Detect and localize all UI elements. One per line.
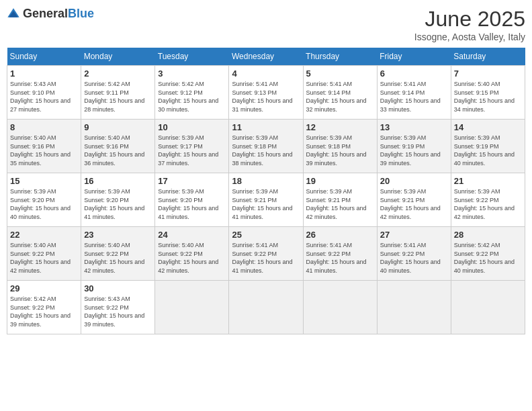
table-row: 7Sunrise: 5:40 AMSunset: 9:15 PMDaylight… [451,66,525,120]
day-info: Sunrise: 5:41 AMSunset: 9:14 PMDaylight:… [380,80,448,113]
day-number: 18 [232,176,300,186]
day-info: Sunrise: 5:42 AMSunset: 9:12 PMDaylight:… [158,80,226,113]
day-info: Sunrise: 5:39 AMSunset: 9:20 PMDaylight:… [10,187,78,221]
day-number: 22 [10,230,78,240]
day-info: Sunrise: 5:39 AMSunset: 9:19 PMDaylight:… [380,134,448,167]
day-number: 14 [454,122,522,132]
day-number: 23 [84,230,152,240]
day-number: 13 [380,122,448,132]
day-number: 12 [306,122,374,132]
day-number: 10 [158,122,226,132]
table-row: 4Sunrise: 5:41 AMSunset: 9:13 PMDaylight… [229,66,303,120]
day-number: 27 [380,230,448,240]
table-row: 29Sunrise: 5:42 AMSunset: 9:22 PMDayligh… [7,281,81,334]
day-number: 24 [158,230,226,240]
day-info: Sunrise: 5:40 AMSunset: 9:16 PMDaylight:… [84,134,152,167]
day-number: 6 [380,68,448,79]
day-number: 15 [10,176,78,186]
header-tuesday: Tuesday [155,48,229,66]
day-info: Sunrise: 5:41 AMSunset: 9:22 PMDaylight:… [232,241,300,275]
table-row: 30Sunrise: 5:43 AMSunset: 9:22 PMDayligh… [81,281,155,334]
day-number: 3 [158,68,226,79]
day-info: Sunrise: 5:41 AMSunset: 9:22 PMDaylight:… [380,241,448,275]
day-info: Sunrise: 5:39 AMSunset: 9:20 PMDaylight:… [158,187,226,221]
day-info: Sunrise: 5:39 AMSunset: 9:20 PMDaylight:… [84,187,152,221]
table-row [377,281,451,334]
header-sunday: Sunday [7,48,81,66]
page-header: GeneralBlue June 2025 Issogne, Aosta Val… [7,7,525,42]
table-row [229,281,303,334]
title-area: June 2025 Issogne, Aosta Valley, Italy [414,7,525,42]
table-row [451,281,525,334]
day-info: Sunrise: 5:40 AMSunset: 9:16 PMDaylight:… [10,134,78,167]
day-number: 29 [10,283,78,293]
table-row: 13Sunrise: 5:39 AMSunset: 9:19 PMDayligh… [377,120,451,173]
day-number: 17 [158,176,226,186]
table-row [155,281,229,334]
day-number: 7 [454,68,522,79]
calendar-row: 22Sunrise: 5:40 AMSunset: 9:22 PMDayligh… [7,227,525,281]
day-number: 25 [232,230,300,240]
table-row: 5Sunrise: 5:41 AMSunset: 9:14 PMDaylight… [303,66,377,120]
header-wednesday: Wednesday [229,48,303,66]
day-info: Sunrise: 5:39 AMSunset: 9:21 PMDaylight:… [306,187,374,221]
day-number: 9 [84,122,152,132]
table-row: 27Sunrise: 5:41 AMSunset: 9:22 PMDayligh… [377,227,451,281]
table-row: 3Sunrise: 5:42 AMSunset: 9:12 PMDaylight… [155,66,229,120]
location-title: Issogne, Aosta Valley, Italy [414,32,525,42]
day-number: 11 [232,122,300,132]
day-number: 1 [10,68,78,79]
day-info: Sunrise: 5:41 AMSunset: 9:13 PMDaylight:… [232,80,300,113]
day-info: Sunrise: 5:42 AMSunset: 9:22 PMDaylight:… [10,295,78,328]
header-monday: Monday [81,48,155,66]
day-info: Sunrise: 5:41 AMSunset: 9:22 PMDaylight:… [306,241,374,275]
day-number: 19 [306,176,374,186]
day-info: Sunrise: 5:40 AMSunset: 9:22 PMDaylight:… [10,241,78,275]
day-info: Sunrise: 5:39 AMSunset: 9:21 PMDaylight:… [232,187,300,221]
table-row: 20Sunrise: 5:39 AMSunset: 9:21 PMDayligh… [377,173,451,227]
table-row: 23Sunrise: 5:40 AMSunset: 9:22 PMDayligh… [81,227,155,281]
day-info: Sunrise: 5:39 AMSunset: 9:19 PMDaylight:… [454,134,522,167]
table-row: 16Sunrise: 5:39 AMSunset: 9:20 PMDayligh… [81,173,155,227]
day-number: 5 [306,68,374,79]
table-row: 22Sunrise: 5:40 AMSunset: 9:22 PMDayligh… [7,227,81,281]
calendar-table: Sunday Monday Tuesday Wednesday Thursday… [7,48,525,334]
header-thursday: Thursday [303,48,377,66]
table-row: 2Sunrise: 5:42 AMSunset: 9:11 PMDaylight… [81,66,155,120]
day-number: 30 [84,283,152,293]
table-row: 11Sunrise: 5:39 AMSunset: 9:18 PMDayligh… [229,120,303,173]
calendar-row: 29Sunrise: 5:42 AMSunset: 9:22 PMDayligh… [7,281,525,334]
table-row: 10Sunrise: 5:39 AMSunset: 9:17 PMDayligh… [155,120,229,173]
calendar-row: 15Sunrise: 5:39 AMSunset: 9:20 PMDayligh… [7,173,525,227]
table-row: 6Sunrise: 5:41 AMSunset: 9:14 PMDaylight… [377,66,451,120]
table-row: 28Sunrise: 5:42 AMSunset: 9:22 PMDayligh… [451,227,525,281]
day-info: Sunrise: 5:40 AMSunset: 9:15 PMDaylight:… [454,80,522,113]
day-info: Sunrise: 5:39 AMSunset: 9:18 PMDaylight:… [306,134,374,167]
logo-blue: Blue [68,7,94,20]
logo-general: General [23,7,68,20]
header-saturday: Saturday [451,48,525,66]
day-info: Sunrise: 5:42 AMSunset: 9:11 PMDaylight:… [84,80,152,113]
day-info: Sunrise: 5:42 AMSunset: 9:22 PMDaylight:… [454,241,522,275]
month-title: June 2025 [414,7,525,32]
day-number: 20 [380,176,448,186]
day-number: 2 [84,68,152,79]
day-number: 21 [454,176,522,186]
table-row: 17Sunrise: 5:39 AMSunset: 9:20 PMDayligh… [155,173,229,227]
calendar-row: 8Sunrise: 5:40 AMSunset: 9:16 PMDaylight… [7,120,525,173]
day-info: Sunrise: 5:43 AMSunset: 9:10 PMDaylight:… [10,80,78,113]
table-row: 14Sunrise: 5:39 AMSunset: 9:19 PMDayligh… [451,120,525,173]
table-row: 8Sunrise: 5:40 AMSunset: 9:16 PMDaylight… [7,120,81,173]
table-row: 21Sunrise: 5:39 AMSunset: 9:22 PMDayligh… [451,173,525,227]
day-number: 16 [84,176,152,186]
calendar-header-row: Sunday Monday Tuesday Wednesday Thursday… [7,48,525,66]
day-number: 26 [306,230,374,240]
header-friday: Friday [377,48,451,66]
day-info: Sunrise: 5:39 AMSunset: 9:17 PMDaylight:… [158,134,226,167]
day-info: Sunrise: 5:39 AMSunset: 9:21 PMDaylight:… [380,187,448,221]
day-info: Sunrise: 5:43 AMSunset: 9:22 PMDaylight:… [84,295,152,328]
logo-icon [7,7,20,21]
table-row: 12Sunrise: 5:39 AMSunset: 9:18 PMDayligh… [303,120,377,173]
day-info: Sunrise: 5:39 AMSunset: 9:22 PMDaylight:… [454,187,522,221]
table-row: 26Sunrise: 5:41 AMSunset: 9:22 PMDayligh… [303,227,377,281]
